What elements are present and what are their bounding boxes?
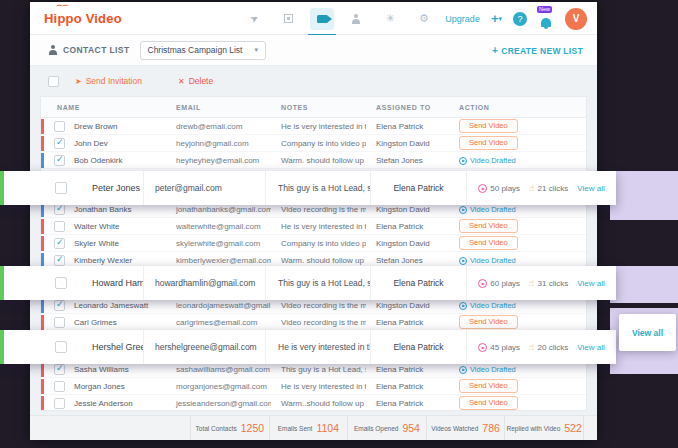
screen-record-icon[interactable] — [276, 8, 300, 30]
row-checkbox[interactable] — [54, 317, 65, 328]
select-all-checkbox[interactable] — [48, 76, 59, 87]
send-video-button[interactable]: ▶Send Video — [459, 119, 518, 133]
plays-stat: ▶50 plays — [478, 184, 520, 193]
highlighted-contact-row[interactable]: Peter Jones peter@gmail.com This guy is … — [0, 171, 616, 205]
app-window: Hippo Video ➤ ✳ ⚙ Upgrade +▾ ? New V — [30, 2, 597, 440]
row-checkbox[interactable] — [54, 398, 65, 409]
play-icon: ▶ — [459, 257, 467, 265]
send-invitation-button[interactable]: ➤ Send Invitation — [75, 76, 142, 86]
send-video-button[interactable]: ▶Send Video — [459, 315, 518, 329]
video-drafted-link[interactable]: ▶Video Drafted — [459, 156, 516, 165]
row-checkbox[interactable] — [54, 221, 65, 232]
table-row[interactable]: Jessie Anderson jessieanderson@gmail.com… — [41, 395, 586, 411]
video-drafted-link[interactable]: ▶Video Drafted — [459, 256, 516, 265]
click-icon: ☝ — [529, 183, 534, 193]
delete-icon: ✕ — [178, 77, 185, 86]
send-video-button[interactable]: ▶Send Video — [459, 136, 518, 150]
send-video-button[interactable]: ▶Send Video — [459, 396, 518, 410]
video-drafted-link[interactable]: ▶Video Drafted — [459, 301, 516, 310]
add-new-button[interactable]: +▾ — [491, 11, 502, 26]
row-checkbox[interactable] — [54, 204, 65, 215]
row-checkbox[interactable] — [54, 255, 65, 266]
highlight-backdrop — [610, 171, 678, 220]
help-button[interactable]: ? — [513, 12, 527, 26]
clicks-stat: ☝21 clicks — [529, 183, 568, 193]
plays-stat: ▶45 plays — [478, 343, 520, 352]
top-navigation-bar: Hippo Video ➤ ✳ ⚙ Upgrade +▾ ? New V — [30, 2, 597, 35]
settings-gear-icon[interactable]: ⚙ — [412, 8, 436, 30]
view-all-link[interactable]: View all — [577, 184, 604, 193]
play-icon: ▶ — [459, 302, 467, 310]
contact-list-label: CONTACT LIST — [48, 45, 130, 55]
plus-icon: + — [492, 45, 498, 56]
send-icon: ➤ — [75, 77, 82, 86]
highlighted-contact-row[interactable]: Howard Hamlin howardhamlin@gmail.com Thi… — [0, 266, 616, 300]
click-icon: ☝ — [529, 278, 534, 288]
send-video-button[interactable]: ▶Send Video — [459, 236, 518, 250]
table-row[interactable]: Skyler White skylerwhite@gmail.com Compa… — [41, 235, 586, 252]
contact-list-header: CONTACT LIST Christmas Campaign List ▾ +… — [30, 35, 597, 66]
new-badge: New — [537, 6, 552, 14]
view-all-link[interactable]: View all — [577, 343, 604, 352]
hippo-video-logo[interactable]: Hippo Video — [44, 11, 122, 26]
user-avatar[interactable]: V — [565, 8, 587, 30]
row-checkbox[interactable] — [54, 381, 65, 392]
desktop-background: Hippo Video ➤ ✳ ⚙ Upgrade +▾ ? New V — [0, 0, 678, 448]
click-icon: ☝ — [529, 342, 534, 352]
table-row[interactable]: John Dev heyjohn@gmail.com Company is in… — [41, 135, 586, 152]
table-header-row: NAME EMAIL NOTES ASSIGNED TO ACTION — [41, 97, 586, 118]
table-row[interactable]: Morgan Jones morganjones@gmail.com He is… — [41, 378, 586, 395]
row-checkbox[interactable] — [54, 155, 65, 166]
row-checkbox[interactable] — [54, 238, 65, 249]
highlighted-contact-row[interactable]: Hershel Greene hershelgreene@gmail.com H… — [0, 330, 616, 364]
chevron-down-icon: ▾ — [498, 15, 502, 22]
contact-list-icon — [48, 45, 58, 55]
row-checkbox[interactable] — [54, 121, 65, 132]
highlight-backdrop — [610, 266, 678, 303]
view-all-link[interactable]: View all — [577, 279, 604, 288]
row-checkbox[interactable] — [55, 182, 67, 194]
table-row[interactable]: Drew Brown drewb@email.com He is very in… — [41, 118, 586, 135]
list-selector-dropdown[interactable]: Christmas Campaign List ▾ — [140, 41, 266, 60]
view-all-popover[interactable]: View all — [619, 314, 676, 351]
delete-button[interactable]: ✕ Delete — [178, 76, 213, 86]
bell-icon — [541, 18, 551, 27]
chevron-down-icon: ▾ — [254, 46, 258, 54]
send-video-button[interactable]: ▶Send Video — [459, 219, 518, 233]
video-drafted-link[interactable]: ▶Video Drafted — [459, 365, 516, 374]
summary-stats-bar: Total Contacts1250 Emails Sent1104 Email… — [30, 415, 597, 440]
stat-videos-watched: Videos Watched786 — [426, 416, 505, 440]
stat-replied-with-video: Replied with Video522 — [504, 416, 583, 440]
video-camera-icon[interactable] — [310, 8, 334, 30]
main-nav-icons: ➤ ✳ ⚙ — [242, 2, 436, 35]
play-icon: ▶ — [478, 184, 487, 193]
stat-emails-opened: Emails Opened954 — [347, 416, 426, 440]
upgrade-link[interactable]: Upgrade — [445, 14, 480, 24]
row-checkbox[interactable] — [55, 341, 67, 353]
play-icon: ▶ — [459, 157, 467, 165]
table-row[interactable]: Carl Grimes carlgrimes@email.com Video r… — [41, 314, 586, 331]
integrations-icon[interactable]: ✳ — [378, 8, 402, 30]
bulk-actions-toolbar: ➤ Send Invitation ✕ Delete — [40, 66, 587, 96]
notifications-button[interactable]: New — [538, 8, 554, 30]
row-checkbox[interactable] — [54, 138, 65, 149]
table-row[interactable]: Walter White walterwhite@gmail.com He is… — [41, 218, 586, 235]
video-drafted-link[interactable]: ▶Video Drafted — [459, 205, 516, 214]
clicks-stat: ☝31 clicks — [529, 278, 568, 288]
contacts-icon[interactable] — [344, 8, 368, 30]
paper-plane-icon[interactable]: ➤ — [242, 8, 266, 30]
plays-stat: ▶60 plays — [478, 279, 520, 288]
table-row[interactable]: Bob Odenkirk heyheyhey@email.com Warm. s… — [41, 152, 586, 169]
clicks-stat: ☝20 clicks — [529, 342, 568, 352]
stat-emails-sent: Emails Sent1104 — [269, 416, 348, 440]
row-checkbox[interactable] — [55, 277, 67, 289]
play-icon: ▶ — [478, 343, 487, 352]
create-new-list-button[interactable]: +CREATE NEW LIST — [492, 45, 583, 56]
play-icon: ▶ — [459, 366, 467, 374]
row-checkbox[interactable] — [54, 300, 65, 311]
top-right-controls: Upgrade +▾ ? New V — [445, 2, 587, 35]
row-checkbox[interactable] — [54, 364, 65, 375]
play-icon: ▶ — [459, 206, 467, 214]
send-video-button[interactable]: ▶Send Video — [459, 379, 518, 393]
stat-total-contacts: Total Contacts1250 — [190, 416, 269, 440]
